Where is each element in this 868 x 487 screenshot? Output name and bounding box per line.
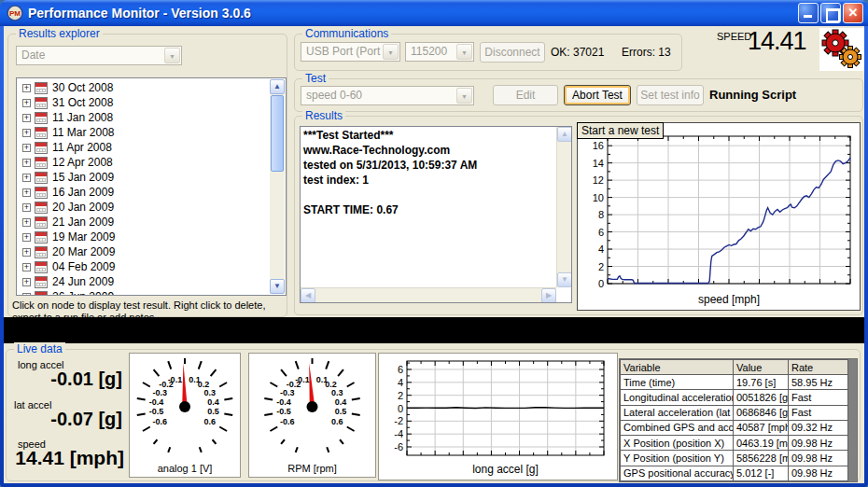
tree-item-label: 31 Oct 2008 [52,96,113,109]
variable-cell: X Position (position X) [621,436,734,451]
chevron-down-icon[interactable]: ▼ [456,44,472,60]
value-cell: 0051826 [g] [734,390,789,405]
expand-icon[interactable]: + [22,129,31,137]
calendar-icon [35,187,48,199]
ok-count: OK: 37021 [551,46,604,59]
calendar-icon [35,157,48,169]
scroll-left-icon[interactable]: ◀ [301,288,315,303]
edit-button[interactable]: Edit [493,85,558,105]
svg-text:-4: -4 [394,428,403,439]
date-filter-combo[interactable]: Date ▼ [16,46,182,65]
tree-item-date[interactable]: +11 Apr 2008 [17,140,270,155]
svg-text:8: 8 [598,209,604,220]
long-accel-value: -0.01 [g] [12,369,122,390]
expand-icon[interactable]: + [22,293,31,297]
scroll-right-icon[interactable]: ▶ [541,288,556,303]
variable-cell: Y Position (position Y) [621,451,734,466]
table-row: Combined GPS and accel40587 [mph]09.32 H… [621,420,848,435]
table-row: Y Position (position Y)5856228 [m]09.98 … [621,451,848,466]
expand-icon[interactable]: + [22,114,31,122]
minimize-button[interactable] [798,3,819,23]
expand-icon[interactable]: + [22,233,31,242]
expand-icon[interactable]: + [22,84,31,92]
scroll-down-icon[interactable]: ▼ [557,272,572,287]
set-test-info-button[interactable]: Set test info [637,85,704,105]
calendar-icon [35,216,48,229]
tree-scrollbar-thumb[interactable] [271,95,284,172]
maximize-button[interactable] [820,3,841,23]
svg-text:0: 0 [398,403,403,414]
expand-icon[interactable]: + [22,218,31,227]
table-header-cell: Variable [621,360,734,375]
app-window: PM Performance Monitor - Version 3.0.6 R… [0,0,868,487]
expand-icon[interactable]: + [22,174,31,182]
tree-item-date[interactable]: +30 Oct 2008 [17,80,270,95]
variable-cell: Combined GPS and accel [621,420,734,435]
chevron-down-icon[interactable]: ▼ [456,88,472,104]
svg-text:0.6: 0.6 [204,417,217,426]
scroll-down-icon[interactable]: ▼ [270,279,285,294]
tree-item-date[interactable]: +12 Apr 2008 [17,155,270,170]
tree-item-date[interactable]: +21 Jan 2009 [17,215,270,230]
lat-accel-value: -0.07 [g] [12,409,122,430]
speed-value: 14.41 [748,27,806,56]
chevron-down-icon[interactable]: ▼ [164,48,180,63]
client-area: Results explorer Date ▼ +30 Oct 2008+31 … [4,26,864,483]
speed-caption: SPEED [717,31,751,42]
expand-icon[interactable]: + [22,188,31,197]
expand-icon[interactable]: + [22,144,31,152]
scroll-up-icon[interactable]: ▲ [270,79,285,94]
tree-item-date[interactable]: +19 Mar 2009 [17,230,270,244]
test-group: Test speed 0-60 ▼ Edit Abort Test Set te… [294,78,863,112]
chevron-down-icon[interactable]: ▼ [383,44,399,60]
svg-text:0.6: 0.6 [331,417,343,426]
rate-cell: Fast [789,405,848,420]
disconnect-button[interactable]: Disconnect [480,42,545,63]
table-row: Time (time)19.76 [s]58.95 Hz [621,375,848,390]
svg-text:-6: -6 [394,441,403,452]
expand-icon[interactable]: + [22,248,31,257]
expand-icon[interactable]: + [22,263,31,271]
calendar-icon [35,261,48,273]
tree-item-label: 24 Jun 2009 [52,275,114,288]
tree-scrollbar[interactable]: ▲ ▼ [270,79,285,294]
tree-item-date[interactable]: +24 Jun 2009 [17,274,270,289]
tree-item-label: 11 Mar 2008 [52,126,115,139]
log-hscrollbar[interactable]: ◀ ▶ [301,287,556,302]
expand-icon[interactable]: + [22,159,31,167]
svg-text:-0.5: -0.5 [149,407,164,416]
tree-item-date[interactable]: +15 Jan 2009 [17,170,270,185]
rate-cell: 58.95 Hz [789,375,848,390]
calendar-icon [35,142,48,154]
results-log[interactable]: ***Test Started*** www.Race-Technology.c… [300,126,572,303]
log-vscrollbar[interactable]: ▲ ▼ [556,127,571,287]
tree-item-date[interactable]: +16 Jan 2009 [17,185,270,200]
svg-text:-0.1: -0.1 [168,375,183,384]
table-header-cell: Value [734,360,789,375]
tree-item-date[interactable]: +11 Jan 2008 [17,110,270,125]
svg-text:6: 6 [398,364,403,375]
start-new-test-button[interactable]: Start a new test [577,122,664,139]
baud-combo[interactable]: 115200 ▼ [405,42,474,62]
tree-item-label: 16 Jan 2009 [52,186,114,199]
expand-icon[interactable]: + [22,278,31,286]
expand-icon[interactable]: + [22,99,31,107]
results-tree-rows: +30 Oct 2008+31 Oct 2008+11 Jan 2008+11 … [17,80,270,296]
port-combo[interactable]: USB Port (Port 8) ▼ [301,42,400,62]
communications-group: Communications USB Port (Port 8) ▼ 11520… [294,34,682,71]
table-header-row: VariableValueRate [621,360,848,375]
tree-item-date[interactable]: +11 Mar 2008 [17,125,270,140]
scroll-up-icon[interactable]: ▲ [557,127,572,142]
abort-test-button[interactable]: Abort Test [564,85,631,105]
results-group: Results ***Test Started*** www.Race-Tech… [294,116,863,315]
expand-icon[interactable]: + [22,203,31,212]
test-combo[interactable]: speed 0-60 ▼ [301,86,474,105]
tree-item-date[interactable]: +20 Jan 2009 [17,200,270,215]
close-button[interactable] [843,3,863,23]
tree-item-date[interactable]: +31 Oct 2008 [17,95,270,110]
tree-item-label: 04 Feb 2009 [52,260,115,273]
tree-item-date[interactable]: +04 Feb 2009 [17,259,270,274]
tree-item-date[interactable]: +20 Mar 2009 [17,244,270,259]
tree-item-date[interactable]: +26 Jun 2009 [17,289,270,296]
variable-cell: Lateral acceleration (lat acc [621,405,734,420]
